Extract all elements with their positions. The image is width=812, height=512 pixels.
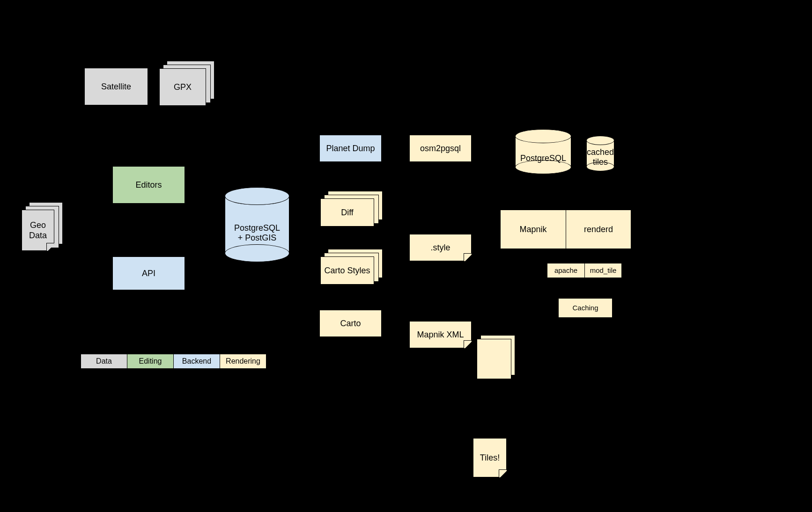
label-l1: Geo (30, 220, 46, 231)
node-mapnik-xml: Mapnik XML (409, 321, 472, 348)
node-diff: Diff (320, 198, 374, 227)
node-editors: Editors (112, 166, 185, 204)
label-l1: PostgreSQL (234, 223, 280, 233)
label: Editors (135, 180, 162, 190)
legend-editing: Editing (127, 354, 174, 368)
node-planet-dump: Planet Dump (319, 135, 382, 162)
legend-rendering: Rendering (220, 354, 266, 368)
label: PostgreSQL (520, 154, 566, 163)
node-api: API (112, 256, 185, 290)
node-mod-tile: mod_tile (584, 263, 622, 278)
label: Tiles! (480, 453, 500, 463)
node-db-postgis: PostgreSQL + PostGIS (225, 187, 289, 262)
label-l2: tiles (593, 157, 608, 167)
label: Satellite (101, 81, 131, 92)
label: Carto (340, 318, 361, 329)
node-gpx: GPX (159, 68, 206, 106)
label: renderd (584, 224, 613, 235)
label: Mapnik (519, 224, 546, 235)
node-db-render: PostgreSQL (515, 129, 571, 174)
node-cached-tiles: cached tiles (586, 136, 614, 171)
label: Diff (341, 207, 354, 218)
legend: Data Editing Backend Rendering (81, 354, 266, 369)
node-osm2pgsql: osm2pgsql (409, 135, 472, 162)
node-tiles-back1 (477, 339, 511, 379)
label: Mapnik XML (417, 329, 464, 340)
label-l2: + PostGIS (238, 233, 277, 243)
label: mod_tile (590, 266, 617, 275)
label: Planet Dump (326, 143, 375, 154)
legend-data: Data (81, 354, 127, 368)
node-caching: Caching (558, 298, 613, 318)
label: apache (554, 266, 577, 275)
node-geodata: Geo Data (22, 210, 54, 251)
node-carto-styles: Carto Styles (320, 256, 374, 285)
label: API (142, 268, 155, 279)
label-l2: Data (29, 230, 47, 241)
label: GPX (174, 82, 192, 93)
legend-backend: Backend (174, 354, 220, 368)
label: .style (430, 242, 450, 253)
label-l1: cached (587, 147, 614, 157)
label: Carto Styles (324, 265, 370, 276)
label: Caching (572, 304, 598, 313)
node-renderd: renderd (566, 210, 631, 249)
node-tiles: Tiles! (473, 438, 507, 477)
node-style: .style (409, 234, 472, 261)
node-satellite: Satellite (84, 68, 148, 105)
node-apache: apache (547, 263, 584, 278)
node-mapnik: Mapnik (500, 210, 566, 249)
node-carto: Carto (319, 310, 382, 337)
label: osm2pgsql (420, 143, 461, 154)
diagram-canvas: Satellite GPX Geo Data Editors API Postg… (0, 0, 812, 512)
